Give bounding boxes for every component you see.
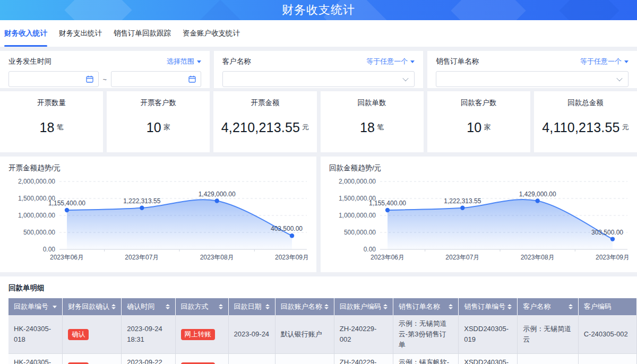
sort-icon[interactable] bbox=[507, 304, 512, 309]
column-label: 销售订单编号 bbox=[464, 302, 505, 311]
tab-3[interactable]: 销售订单回款跟踪 bbox=[114, 20, 171, 47]
sort-icon[interactable] bbox=[569, 304, 573, 309]
svg-text:2023年08月: 2023年08月 bbox=[521, 254, 555, 261]
svg-text:2,000,000.00: 2,000,000.00 bbox=[18, 178, 55, 185]
stat-card-2: 开票客户数10家 bbox=[107, 91, 210, 152]
stat-card-6: 回款总金额4,110,213.55元 bbox=[534, 91, 637, 152]
svg-text:2023年06月: 2023年06月 bbox=[371, 254, 404, 261]
stat-label: 回款总金额 bbox=[567, 98, 604, 108]
cell: XSDD240305-019 bbox=[459, 315, 518, 354]
filter-caret-icon[interactable] bbox=[53, 306, 57, 308]
charts-row: 开票金额趋势/元 2,000,000.001,500,000.001,000,0… bbox=[0, 157, 637, 272]
sort-icon[interactable] bbox=[449, 304, 453, 309]
date-range-mode-label: 选择范围 bbox=[167, 57, 194, 66]
stat-label: 回款单数 bbox=[358, 98, 386, 108]
banner-diamond-decoration bbox=[194, 0, 247, 20]
sort-icon[interactable] bbox=[265, 304, 270, 309]
cell: 示例：无锡简道云-第3份销售订单 bbox=[393, 315, 458, 354]
tab-2[interactable]: 财务支出统计 bbox=[59, 20, 102, 47]
stat-unit: 家 bbox=[484, 123, 490, 132]
customer-match-mode-selector[interactable]: 等于任意一个 bbox=[366, 57, 415, 66]
payment-amount-trend-card: 回款金额趋势/元 2,000,000.001,500,000.001,000,0… bbox=[321, 157, 637, 272]
column-header-2[interactable]: 财务回款确认 bbox=[63, 298, 122, 315]
svg-text:2023年09月: 2023年09月 bbox=[596, 254, 630, 261]
column-label: 回款账户编码 bbox=[340, 302, 381, 311]
stat-card-1: 开票数量18笔 bbox=[0, 91, 103, 152]
cell: ZH-240229-002 bbox=[334, 354, 393, 364]
invoice-trend-title: 开票金额趋势/元 bbox=[8, 163, 310, 173]
stat-value: 10 bbox=[467, 120, 481, 135]
invoice-amount-trend-card: 开票金额趋势/元 2,000,000.001,500,000.001,000,0… bbox=[0, 157, 316, 272]
business-date-label: 业务发生时间 bbox=[8, 57, 51, 66]
cell: 默认银行账户 bbox=[275, 354, 334, 364]
customer-name-label: 客户名称 bbox=[222, 57, 251, 66]
column-header-5[interactable]: 回款日期 bbox=[228, 298, 275, 315]
sort-icon[interactable] bbox=[111, 304, 116, 309]
payment-detail-title: 回款单明细 bbox=[8, 283, 637, 293]
stat-label: 开票金额 bbox=[251, 98, 279, 108]
invoice-trend-chart: 2,000,000.001,500,000.001,000,000.00500,… bbox=[8, 175, 310, 273]
svg-text:303,500.00: 303,500.00 bbox=[591, 229, 623, 236]
column-header-11[interactable]: 客户编码 bbox=[578, 298, 636, 315]
column-label: 回款方式 bbox=[181, 302, 209, 311]
column-header-7[interactable]: 回款账户编码 bbox=[334, 298, 393, 315]
sort-icon[interactable] bbox=[324, 304, 329, 309]
chevron-down-icon bbox=[403, 75, 409, 81]
column-header-6[interactable]: 回款账户名称 bbox=[275, 298, 334, 315]
payment-detail-table: 回款单编号财务回款确认确认时间回款方式回款日期回款账户名称回款账户编码销售订单名… bbox=[8, 298, 637, 364]
order-match-mode-selector[interactable]: 等于任意一个 bbox=[580, 57, 629, 66]
cell: 确认 bbox=[63, 354, 122, 364]
table-header-row: 回款单编号财务回款确认确认时间回款方式回款日期回款账户名称回款账户编码销售订单名… bbox=[8, 298, 637, 315]
stat-label: 开票数量 bbox=[37, 98, 66, 108]
tab-4[interactable]: 资金账户收支统计 bbox=[183, 20, 240, 47]
svg-text:2023年06月: 2023年06月 bbox=[50, 254, 84, 261]
column-header-3[interactable]: 确认时间 bbox=[122, 298, 175, 315]
sales-order-name-select[interactable] bbox=[436, 71, 629, 87]
cell: 示例：锡东帆软-第2份销售订单 bbox=[393, 354, 458, 364]
svg-text:0.00: 0.00 bbox=[364, 246, 376, 253]
svg-text:1,000,000.00: 1,000,000.00 bbox=[339, 212, 376, 219]
sort-icon[interactable] bbox=[383, 304, 388, 309]
payment-trend-chart: 2,000,000.001,500,000.001,000,000.00500,… bbox=[329, 175, 631, 273]
cell: 网上转账 bbox=[175, 354, 228, 364]
stat-unit: 笔 bbox=[377, 123, 384, 132]
payment-detail-section: 回款单明细 回款单编号财务回款确认确认时间回款方式回款日期回款账户名称回款账户编… bbox=[0, 276, 637, 364]
column-header-8[interactable]: 销售订单名称 bbox=[393, 298, 458, 315]
svg-text:1,155,400.00: 1,155,400.00 bbox=[369, 200, 406, 207]
sort-icon[interactable] bbox=[166, 304, 170, 309]
chevron-down-icon bbox=[616, 75, 622, 81]
stat-value: 10 bbox=[147, 120, 161, 135]
column-label: 回款账户名称 bbox=[281, 302, 322, 311]
sort-icon[interactable] bbox=[219, 304, 223, 309]
svg-text:2023年08月: 2023年08月 bbox=[200, 254, 234, 261]
date-range-mode-selector[interactable]: 选择范围 bbox=[167, 57, 201, 66]
svg-text:2023年07月: 2023年07月 bbox=[445, 254, 479, 261]
caret-down-icon bbox=[410, 60, 415, 63]
calendar-icon bbox=[86, 75, 93, 83]
svg-text:1,155,400.00: 1,155,400.00 bbox=[48, 200, 85, 207]
filter-row: 业务发生时间 选择范围 ~ bbox=[0, 51, 637, 88]
status-badge: 确认 bbox=[68, 329, 89, 340]
customer-match-mode-label: 等于任意一个 bbox=[366, 57, 408, 66]
tab-1[interactable]: 财务收入统计 bbox=[4, 20, 47, 47]
page-title: 财务收支统计 bbox=[282, 2, 355, 18]
cell: C-240305-002 bbox=[578, 315, 636, 354]
stat-label: 开票客户数 bbox=[141, 98, 177, 108]
column-header-9[interactable]: 销售订单编号 bbox=[459, 298, 518, 315]
banner-diamond-decoration bbox=[64, 0, 132, 20]
column-header-10[interactable]: 客户名称 bbox=[518, 298, 578, 315]
svg-text:500,000.00: 500,000.00 bbox=[23, 229, 55, 236]
start-date-input[interactable] bbox=[8, 71, 99, 87]
cell: C-240305-001 bbox=[578, 354, 636, 364]
cell: HK-240305-018 bbox=[8, 315, 63, 354]
cell: 网上转账 bbox=[175, 315, 228, 354]
calendar-icon bbox=[188, 75, 196, 83]
column-label: 财务回款确认 bbox=[68, 302, 109, 311]
end-date-input[interactable] bbox=[111, 71, 201, 87]
column-header-4[interactable]: 回款方式 bbox=[175, 298, 228, 315]
svg-text:1,222,313.55: 1,222,313.55 bbox=[123, 197, 160, 205]
column-header-1[interactable]: 回款单编号 bbox=[8, 298, 63, 315]
cell: 2023-09-24 bbox=[228, 315, 275, 354]
customer-name-select[interactable] bbox=[222, 71, 415, 87]
filter-business-date: 业务发生时间 选择范围 ~ bbox=[0, 51, 210, 88]
